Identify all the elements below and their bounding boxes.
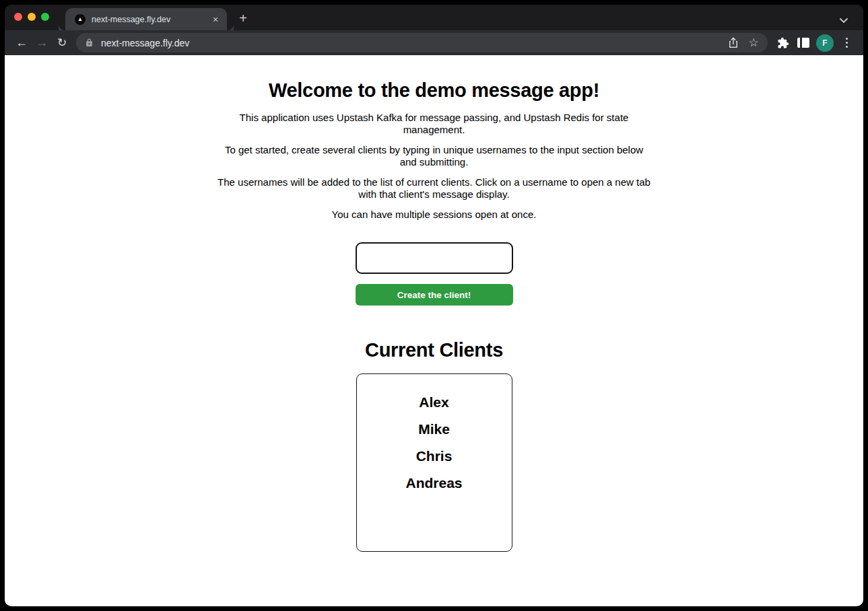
- page-content: Welcome to the demo message app! This ap…: [5, 55, 863, 606]
- side-panel-icon[interactable]: [793, 33, 813, 53]
- intro-paragraph: This application uses Upstash Kafka for …: [217, 112, 651, 136]
- window-controls: [14, 13, 49, 21]
- browser-tab[interactable]: ▲ next-message.fly.dev ×: [65, 8, 227, 30]
- minimize-window-button[interactable]: [28, 13, 36, 21]
- browser-toolbar: ← → ↻ next-message.fly.dev ☆: [5, 30, 863, 55]
- client-link[interactable]: Alex: [357, 389, 512, 416]
- profile-avatar[interactable]: F: [816, 34, 834, 52]
- intro-paragraphs: This application uses Upstash Kafka for …: [217, 112, 651, 221]
- client-link[interactable]: Andreas: [357, 470, 512, 497]
- site-favicon-icon: ▲: [75, 14, 86, 25]
- url-text: next-message.fly.dev: [101, 38, 723, 48]
- back-icon[interactable]: ←: [11, 33, 32, 53]
- tab-close-icon[interactable]: ×: [209, 13, 222, 26]
- create-client-button[interactable]: Create the client!: [356, 284, 513, 306]
- tab-strip: ▲ next-message.fly.dev × +: [5, 5, 863, 30]
- lock-icon: [85, 38, 94, 47]
- page-title: Welcome to the demo message app!: [5, 79, 863, 102]
- clients-list: AlexMikeChrisAndreas: [356, 373, 512, 552]
- close-window-button[interactable]: [14, 13, 22, 21]
- tab-search-chevron-icon[interactable]: [836, 14, 851, 26]
- extensions-puzzle-icon[interactable]: [773, 33, 793, 53]
- intro-paragraph: You can have multiple sessions open at o…: [217, 209, 651, 221]
- share-icon[interactable]: [723, 34, 743, 52]
- forward-icon[interactable]: →: [32, 33, 52, 53]
- reload-icon[interactable]: ↻: [52, 33, 72, 53]
- username-input[interactable]: [356, 242, 513, 274]
- bookmark-star-icon[interactable]: ☆: [743, 34, 764, 52]
- client-form: Create the client!: [5, 242, 863, 306]
- client-link[interactable]: Mike: [357, 416, 512, 443]
- address-bar[interactable]: next-message.fly.dev ☆: [76, 33, 768, 52]
- browser-menu-icon[interactable]: [836, 33, 857, 53]
- new-tab-button[interactable]: +: [234, 9, 253, 28]
- current-clients-heading: Current Clients: [5, 339, 863, 361]
- zoom-window-button[interactable]: [41, 13, 49, 21]
- intro-paragraph: To get started, create several clients b…: [217, 144, 651, 168]
- intro-paragraph: The usernames will be added to the list …: [217, 176, 651, 201]
- tab-title: next-message.fly.dev: [92, 15, 209, 24]
- client-link[interactable]: Chris: [357, 443, 512, 470]
- browser-window: ▲ next-message.fly.dev × + ← → ↻ next-me…: [5, 5, 863, 606]
